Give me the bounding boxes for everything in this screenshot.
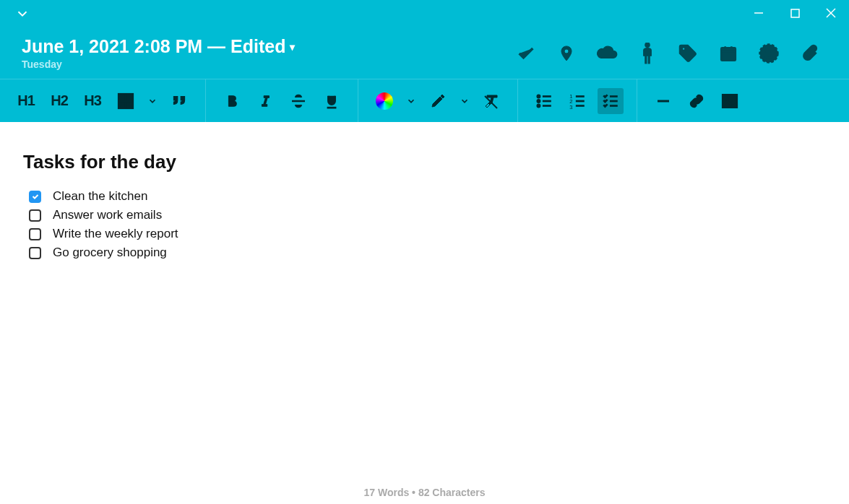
italic-button[interactable]: [252, 88, 278, 114]
svg-point-9: [760, 44, 778, 62]
tag-icon[interactable]: [677, 43, 699, 64]
task-list: Clean the kitchen Answer work emails Wri…: [23, 189, 826, 260]
entry-header: June 1, 2021 2:08 PM — Edited ▾ Tuesday: [0, 29, 849, 79]
entry-subtitle: Tuesday: [22, 58, 515, 70]
svg-point-4: [645, 43, 650, 47]
task-item[interactable]: Write the weekly report: [23, 227, 826, 241]
status-bar: 17 Words • 82 Characters: [0, 487, 849, 498]
task-label: Write the weekly report: [53, 227, 178, 241]
calendar-icon[interactable]: [717, 43, 739, 64]
svg-text:3: 3: [569, 103, 572, 110]
horizontal-rule-button[interactable]: [650, 88, 676, 114]
task-label: Answer work emails: [53, 208, 162, 222]
entry-meta-icons: [515, 43, 827, 64]
highlight-dropdown[interactable]: [458, 88, 471, 114]
link-button[interactable]: [684, 88, 710, 114]
numbered-list-button[interactable]: 123: [564, 88, 590, 114]
quote-button[interactable]: [166, 88, 192, 114]
svg-point-10: [765, 51, 767, 53]
chevron-down-icon[interactable]: [14, 6, 30, 25]
checkbox-icon[interactable]: [29, 228, 41, 240]
svg-point-19: [538, 100, 540, 102]
maximize-button[interactable]: [777, 0, 813, 26]
bullet-list-button[interactable]: [531, 88, 557, 114]
entry-title-text: June 1, 2021 2:08 PM — Edited: [22, 36, 285, 57]
task-item[interactable]: Go grocery shopping: [23, 246, 826, 260]
bold-button[interactable]: [219, 88, 245, 114]
task-label: Clean the kitchen: [53, 189, 147, 204]
checklist-button[interactable]: [598, 88, 624, 114]
table-dropdown[interactable]: [146, 88, 159, 114]
location-icon[interactable]: [556, 43, 577, 64]
svg-point-11: [771, 51, 773, 53]
minimize-button[interactable]: [741, 0, 777, 26]
attachment-icon[interactable]: [798, 43, 820, 64]
color-dropdown[interactable]: [405, 88, 418, 114]
person-icon[interactable]: [637, 43, 658, 64]
table-button[interactable]: [113, 88, 139, 114]
svg-point-18: [538, 95, 540, 97]
underline-button[interactable]: [319, 88, 345, 114]
clear-format-button[interactable]: [478, 88, 504, 114]
face-icon[interactable]: [758, 43, 780, 64]
color-wheel-icon: [376, 92, 393, 110]
highlight-button[interactable]: [425, 88, 451, 114]
task-item[interactable]: Clean the kitchen: [23, 189, 826, 204]
format-toolbar: H1 H2 H3: [0, 79, 849, 122]
text-color-button[interactable]: [371, 88, 397, 114]
checkbox-icon[interactable]: [29, 247, 41, 259]
svg-rect-1: [791, 9, 799, 17]
svg-rect-5: [721, 48, 736, 60]
task-item[interactable]: Answer work emails: [23, 208, 826, 222]
titlebar: [0, 0, 849, 29]
check-icon[interactable]: [515, 43, 537, 64]
editor-content[interactable]: Tasks for the day Clean the kitchen Answ…: [0, 122, 849, 293]
checkbox-icon[interactable]: [29, 209, 41, 222]
entry-title[interactable]: June 1, 2021 2:08 PM — Edited ▾: [22, 36, 515, 57]
task-label: Go grocery shopping: [53, 246, 167, 260]
checkbox-icon[interactable]: [29, 191, 41, 203]
heading3-button[interactable]: H3: [79, 88, 105, 114]
close-button[interactable]: [813, 0, 849, 26]
content-heading: Tasks for the day: [23, 151, 826, 173]
status-text: 17 Words • 82 Characters: [363, 487, 485, 498]
caret-down-icon: ▾: [290, 41, 295, 53]
svg-point-20: [538, 104, 540, 106]
heading2-button[interactable]: H2: [46, 88, 72, 114]
heading1-button[interactable]: H1: [13, 88, 39, 114]
cloud-icon[interactable]: [596, 43, 618, 64]
strikethrough-button[interactable]: [285, 88, 311, 114]
image-button[interactable]: [717, 88, 743, 114]
